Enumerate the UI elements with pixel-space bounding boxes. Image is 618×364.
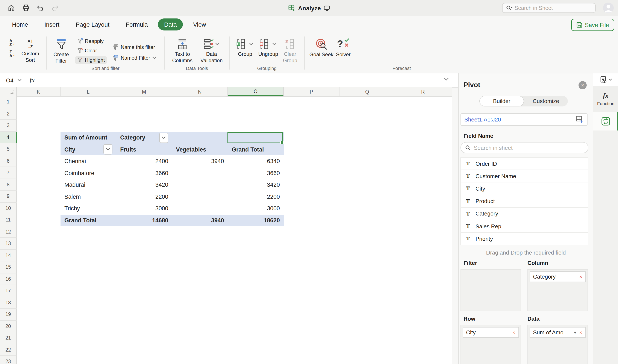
named-filter-button[interactable]: Named Filter	[110, 54, 158, 62]
row-zone-label: Row	[464, 315, 475, 322]
column-field-chip[interactable]: Category ✕	[530, 271, 586, 282]
remove-icon[interactable]: ✕	[512, 330, 515, 335]
data-validation-button[interactable]: Data Validation	[198, 38, 225, 64]
column-header-L[interactable]: L	[61, 87, 116, 96]
undo-icon[interactable]	[36, 4, 45, 12]
remove-icon[interactable]: ✕	[579, 274, 582, 279]
name-box[interactable]: O4	[0, 77, 25, 83]
column-header-P[interactable]: P	[284, 87, 339, 96]
field-item-category[interactable]: TCategory	[461, 208, 588, 220]
avatar[interactable]	[603, 2, 614, 13]
city-filter-dropdown[interactable]	[103, 144, 112, 155]
row-header-15[interactable]: 15	[0, 261, 17, 273]
function-panel-button[interactable]: fx Function	[593, 86, 618, 112]
row-header-23[interactable]: 23	[0, 356, 17, 364]
row-header-7[interactable]: 7	[0, 167, 17, 179]
text-to-columns-button[interactable]: Text to Columns	[169, 38, 196, 64]
data-field-chip[interactable]: Sum of Amo... ▼ ✕	[530, 327, 586, 338]
reapply-button[interactable]: Reapply	[75, 37, 107, 45]
redo-icon[interactable]	[51, 4, 59, 12]
row-header-1[interactable]: 1	[0, 96, 17, 108]
fill-handle[interactable]	[280, 141, 284, 144]
panel-options-button[interactable]	[593, 73, 618, 86]
row-header-2[interactable]: 2	[0, 108, 17, 120]
menu-tab-home[interactable]: Home	[6, 18, 34, 30]
row-header-13[interactable]: 13	[0, 238, 17, 250]
sort-az-button[interactable]: AZ↓	[9, 39, 15, 47]
field-search-box[interactable]: Search in sheet	[461, 142, 588, 153]
pivot-table[interactable]: Sum of AmountCategoryCityFruitsVegetable…	[61, 131, 284, 226]
row-header-9[interactable]: 9	[0, 191, 17, 202]
search-in-sheet-box[interactable]: Search in Sheet	[502, 3, 596, 13]
close-icon[interactable]: ✕	[579, 81, 587, 89]
row-header-3[interactable]: 3	[0, 120, 17, 131]
row-header-18[interactable]: 18	[0, 297, 17, 309]
sort-za-button[interactable]: ZA↓	[9, 50, 15, 58]
row-header-16[interactable]: 16	[0, 273, 17, 285]
row-header-11[interactable]: 11	[0, 214, 17, 226]
ungroup-button[interactable]: Ungroup	[256, 38, 280, 57]
select-range-icon[interactable]	[576, 116, 584, 123]
selected-cell-O4[interactable]	[228, 131, 283, 143]
column-header-R[interactable]: R	[395, 87, 451, 96]
row-field-chip[interactable]: City ✕	[463, 327, 519, 338]
row-header-4[interactable]: 4	[0, 131, 17, 143]
goal-seek-button[interactable]: Goal Seek	[309, 38, 334, 58]
name-this-filter-button[interactable]: Name this filter	[110, 43, 158, 51]
menu-tab-page-layout[interactable]: Page Layout	[70, 18, 116, 30]
filter-zone[interactable]	[461, 269, 521, 311]
select-all-button[interactable]	[0, 87, 17, 96]
home-icon[interactable]	[7, 4, 15, 12]
dropdown-arrow-icon[interactable]: ▼	[573, 330, 577, 335]
group-button[interactable]: Group	[234, 38, 256, 57]
column-header-Q[interactable]: Q	[339, 87, 395, 96]
loop-panel-button[interactable]	[593, 112, 618, 130]
tab-customize[interactable]: Customize	[524, 96, 568, 106]
column-header-N[interactable]: N	[172, 87, 228, 96]
field-item-sales-rep[interactable]: TSales Rep	[461, 220, 588, 233]
chevron-down-icon	[608, 78, 612, 81]
field-item-product[interactable]: TProduct	[461, 195, 588, 208]
source-range-field[interactable]: Sheet1.A1:J20	[461, 113, 588, 126]
print-icon[interactable]	[22, 4, 30, 12]
formula-bar-expand-icon[interactable]	[444, 78, 449, 81]
field-item-city[interactable]: TCity	[461, 183, 588, 195]
column-header-M[interactable]: M	[116, 87, 172, 96]
menu-tab-insert[interactable]: Insert	[39, 18, 65, 30]
save-file-button[interactable]: Save File	[571, 19, 614, 31]
row-header-10[interactable]: 10	[0, 202, 17, 214]
field-item-order-id[interactable]: TOrder ID	[461, 157, 588, 170]
source-range-value: Sheet1.A1:J20	[464, 116, 501, 123]
remove-icon[interactable]: ✕	[579, 330, 582, 335]
row-header-19[interactable]: 19	[0, 309, 17, 320]
row-header-22[interactable]: 22	[0, 344, 17, 356]
field-item-customer-name[interactable]: TCustomer Name	[461, 170, 588, 182]
category-filter-dropdown[interactable]	[159, 132, 168, 143]
clear-group-button[interactable]: Clear Group	[280, 38, 300, 64]
row-header-20[interactable]: 20	[0, 320, 17, 332]
clear-filter-button[interactable]: Clear	[75, 47, 107, 54]
row-header-8[interactable]: 8	[0, 179, 17, 191]
row-header-6[interactable]: 6	[0, 155, 17, 167]
row-header-17[interactable]: 17	[0, 285, 17, 297]
column-zone[interactable]: Category ✕	[528, 269, 588, 311]
solver-button[interactable]: ? Solver	[334, 38, 353, 58]
column-header-O[interactable]: O	[228, 87, 284, 96]
row-header-12[interactable]: 12	[0, 226, 17, 238]
menu-tab-formula[interactable]: Formula	[120, 18, 154, 30]
row-header-5[interactable]: 5	[0, 143, 17, 155]
highlight-button[interactable]: Highlight	[75, 56, 107, 64]
field-item-priority[interactable]: TPriority	[461, 233, 588, 245]
menu-tab-view[interactable]: View	[187, 18, 212, 30]
column-header-K[interactable]: K	[17, 87, 61, 96]
row-header-14[interactable]: 14	[0, 250, 17, 261]
tab-builder[interactable]: Builder	[479, 96, 524, 106]
menu-tab-data[interactable]: Data	[158, 18, 183, 30]
create-filter-button[interactable]: Create Filter	[51, 38, 71, 64]
row-header-21[interactable]: 21	[0, 332, 17, 344]
data-zone[interactable]: Sum of Amo... ▼ ✕	[528, 325, 588, 364]
spreadsheet-grid[interactable]: KLMNOPQR 1234567891011121314151617181920…	[0, 87, 452, 364]
highlight-label: Highlight	[85, 57, 105, 63]
row-zone[interactable]: City ✕	[461, 325, 521, 364]
custom-sort-button[interactable]: A↑↓Z Custom Sort	[19, 38, 42, 64]
